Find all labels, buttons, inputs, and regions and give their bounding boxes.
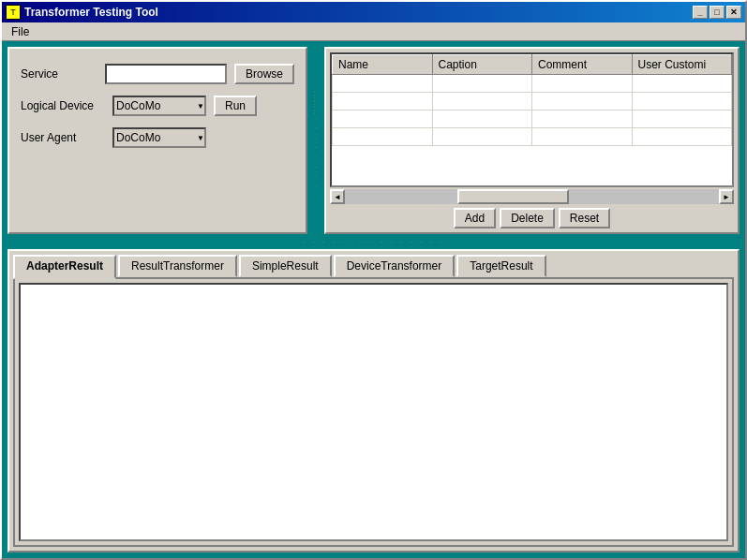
- logical-device-row: Logical Device DoCoMo Run: [21, 96, 294, 116]
- logical-device-select[interactable]: DoCoMo: [112, 96, 206, 116]
- title-bar-left: T Transformer Testing Tool: [6, 5, 158, 20]
- table-body: [333, 75, 732, 146]
- tab-device-transformer[interactable]: DeviceTransformer: [334, 255, 456, 277]
- scroll-left-button[interactable]: ◄: [330, 189, 345, 204]
- horizontal-scrollbar[interactable]: ◄ ►: [330, 189, 734, 204]
- col-name: Name: [333, 55, 433, 75]
- add-button[interactable]: Add: [454, 208, 496, 228]
- menu-bar: File: [2, 22, 745, 41]
- close-button[interactable]: ✕: [726, 6, 741, 19]
- user-agent-wrapper: DoCoMo: [112, 127, 206, 148]
- service-label: Service: [21, 67, 97, 81]
- title-bar: T Transformer Testing Tool _ □ ✕: [2, 2, 745, 22]
- user-agent-row: User Agent DoCoMo: [21, 127, 294, 148]
- browse-button[interactable]: Browse: [234, 64, 294, 84]
- vertical-resize-handle[interactable]: · · · · · · · ·: [311, 47, 321, 234]
- run-button[interactable]: Run: [214, 96, 257, 116]
- table-row: [333, 111, 732, 128]
- scroll-thumb[interactable]: [457, 189, 570, 204]
- tab-adapter-result[interactable]: AdapterResult: [13, 255, 116, 279]
- col-caption: Caption: [432, 55, 532, 75]
- service-input[interactable]: [105, 64, 227, 84]
- right-panel: Name Caption Comment User Customi: [324, 47, 740, 234]
- table-header-row: Name Caption Comment User Customi: [333, 55, 732, 75]
- title-buttons: _ □ ✕: [693, 6, 741, 19]
- table-row: [333, 128, 732, 146]
- bottom-section: AdapterResult ResultTransformer SimpleRe…: [7, 249, 740, 553]
- user-agent-select[interactable]: DoCoMo: [112, 127, 206, 148]
- menu-file[interactable]: File: [6, 23, 35, 40]
- scroll-right-button[interactable]: ►: [719, 189, 734, 204]
- minimize-button[interactable]: _: [693, 6, 708, 19]
- table-row: [333, 75, 732, 93]
- main-window: T Transformer Testing Tool _ □ ✕ File Se…: [0, 0, 747, 560]
- reset-button[interactable]: Reset: [559, 208, 610, 228]
- tab-bar: AdapterResult ResultTransformer SimpleRe…: [9, 251, 738, 277]
- scroll-track[interactable]: [345, 189, 719, 204]
- tab-result-transformer[interactable]: ResultTransformer: [118, 255, 237, 277]
- main-content: Service Browse Logical Device DoCoMo Run: [2, 41, 745, 558]
- table-row: [333, 93, 732, 111]
- horizontal-resize-handle[interactable]: · · · · · · · · · · · · · · ·: [7, 238, 740, 245]
- service-row: Service Browse: [21, 64, 294, 84]
- result-textarea[interactable]: [19, 283, 728, 541]
- delete-button[interactable]: Delete: [500, 208, 555, 228]
- col-user-customi: User Customi: [632, 55, 732, 75]
- action-buttons: Add Delete Reset: [330, 208, 734, 228]
- tab-target-result[interactable]: TargetResult: [456, 255, 545, 277]
- left-panel: Service Browse Logical Device DoCoMo Run: [7, 47, 307, 234]
- tab-simple-result[interactable]: SimpleResult: [239, 255, 332, 277]
- table-container: Name Caption Comment User Customi: [330, 52, 734, 187]
- user-agent-label: User Agent: [21, 131, 105, 144]
- col-comment: Comment: [532, 55, 633, 75]
- top-section: Service Browse Logical Device DoCoMo Run: [7, 47, 740, 234]
- logical-device-wrapper: DoCoMo: [112, 96, 206, 116]
- maximize-button[interactable]: □: [710, 6, 725, 19]
- logical-device-label: Logical Device: [21, 99, 105, 112]
- window-title: Transformer Testing Tool: [24, 6, 158, 19]
- tab-content-area: [13, 277, 734, 547]
- properties-table: Name Caption Comment User Customi: [332, 54, 732, 146]
- app-icon: T: [6, 5, 21, 20]
